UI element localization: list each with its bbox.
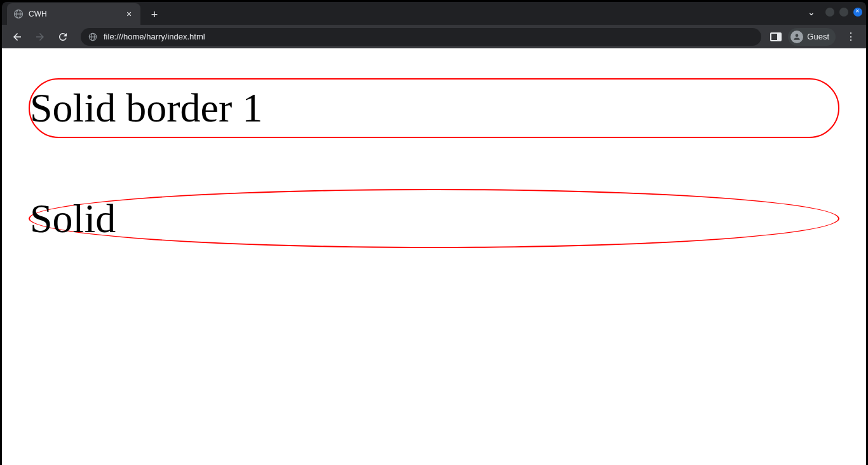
tab-title: CWH xyxy=(29,10,119,18)
window-controls: ⌄ xyxy=(808,7,862,17)
page-viewport: Solid border 1 Solid xyxy=(2,48,866,465)
new-tab-button[interactable]: + xyxy=(146,6,163,24)
maximize-button[interactable] xyxy=(839,8,848,17)
address-bar[interactable]: file:///home/harry/index.html xyxy=(81,28,761,46)
file-icon xyxy=(88,32,97,41)
browser-tab[interactable]: CWH × xyxy=(7,3,140,25)
close-icon[interactable]: × xyxy=(124,9,134,19)
window-close-button[interactable] xyxy=(853,8,862,17)
globe-icon xyxy=(13,9,24,19)
forward-button[interactable] xyxy=(31,28,49,46)
svg-point-6 xyxy=(796,34,799,37)
paragraph-1: Solid border 1 xyxy=(29,78,839,138)
paragraph-2: Solid xyxy=(29,189,839,249)
browser-chrome: CWH × + ⌄ xyxy=(2,2,866,48)
reload-button[interactable] xyxy=(54,28,72,46)
guest-label: Guest xyxy=(807,32,829,41)
avatar-icon xyxy=(790,31,803,43)
chevron-down-icon[interactable]: ⌄ xyxy=(808,7,815,17)
menu-button[interactable]: ⋮ xyxy=(842,28,860,46)
minimize-button[interactable] xyxy=(825,8,834,17)
back-button[interactable] xyxy=(8,28,26,46)
profile-badge[interactable]: Guest xyxy=(788,28,836,46)
address-url: file:///home/harry/index.html xyxy=(104,32,205,41)
tab-bar: CWH × + ⌄ xyxy=(2,2,866,25)
side-panel-icon[interactable] xyxy=(770,32,782,41)
page-body: Solid border 1 Solid xyxy=(2,48,866,278)
toolbar: file:///home/harry/index.html Guest ⋮ xyxy=(2,25,866,48)
toolbar-right: Guest ⋮ xyxy=(770,28,860,46)
